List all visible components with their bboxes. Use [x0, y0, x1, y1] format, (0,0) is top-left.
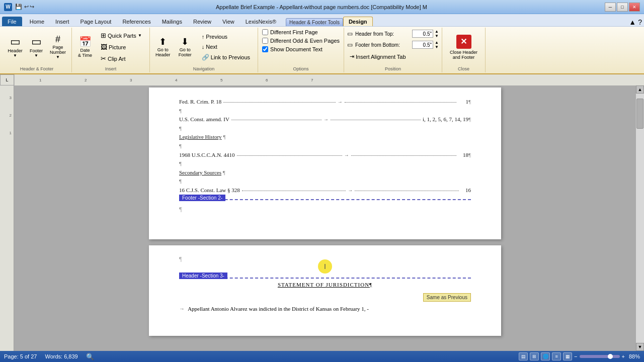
minimize-button[interactable]: ─: [605, 3, 616, 12]
footer-content[interactable]: ¶: [179, 203, 471, 213]
zoom-track[interactable]: [580, 355, 620, 358]
go-to-header-icon: ⬆: [159, 37, 167, 46]
arrow-indicator: →: [338, 98, 343, 106]
different-odd-even-checkbox[interactable]: Different Odd & Even Pages: [261, 37, 341, 44]
show-document-text-checkbox[interactable]: Show Document Text: [261, 46, 324, 53]
page-2: I ¶ Header -Section 3- STATEMENT OF JURI…: [149, 245, 501, 336]
close-button[interactable]: ✕: [629, 3, 640, 12]
scrollable-document[interactable]: Fed. R. Crim. P. 18 → 1 ¶ ¶ U.S. Const. …: [14, 85, 644, 351]
zoom-out-button[interactable]: −: [574, 353, 577, 359]
position-group-label: Position: [385, 66, 401, 71]
page-2-body-content: → Appellant Antonio Alvarez was indicted…: [179, 302, 471, 312]
page2-pilcrow: ¶: [179, 255, 182, 263]
previous-button[interactable]: ↑ Previous: [199, 32, 253, 41]
tab-mailings[interactable]: Mailings: [156, 17, 188, 26]
tab-review[interactable]: Review: [188, 17, 217, 26]
show-document-text-input[interactable]: [262, 46, 268, 52]
go-to-header-label: Go toHeader: [155, 47, 171, 57]
scroll-track[interactable]: [636, 94, 644, 343]
tab-file[interactable]: File: [2, 17, 22, 26]
view-print-button[interactable]: ▤: [519, 352, 528, 360]
quick-access-save[interactable]: 💾: [15, 4, 22, 10]
picture-button[interactable]: 🖼 Picture: [98, 42, 144, 52]
scroll-thumb[interactable]: [636, 99, 643, 129]
help-button[interactable]: ?: [638, 18, 642, 26]
scroll-up-button[interactable]: ▲: [636, 85, 644, 94]
quick-parts-icon: ⊞: [101, 32, 106, 39]
line-secondary: Secondary Sources ¶: [179, 168, 471, 177]
header-icon: ▭: [10, 36, 21, 47]
view-outline-button[interactable]: ≡: [552, 352, 561, 360]
next-button[interactable]: ↓ Next: [199, 42, 253, 51]
arrow4: →: [348, 187, 353, 195]
date-time-icon: 📅: [79, 37, 92, 47]
different-first-page-checkbox[interactable]: Different First Page: [261, 29, 319, 36]
zoom-level: 88%: [629, 353, 640, 359]
insert-alignment-tab-button[interactable]: ⇥ Insert Alignment Tab: [347, 52, 408, 61]
dots5: [237, 155, 342, 156]
page-number-icon: #: [55, 35, 60, 44]
quick-access-undo[interactable]: ↩: [24, 4, 29, 10]
tab-lexisnexis[interactable]: LexisNexis®: [240, 17, 282, 26]
clip-art-button[interactable]: ✂ Clip Art: [98, 53, 144, 64]
alignment-tab-icon: ⇥: [350, 53, 354, 60]
zoom-control[interactable]: − + 88%: [574, 353, 640, 359]
ribbon-collapse-button[interactable]: ▲: [629, 18, 636, 26]
quick-access-redo[interactable]: ↪: [30, 4, 34, 10]
view-web-button[interactable]: 🌐: [541, 352, 550, 360]
us-const-text: U.S. Const. amend. IV: [179, 115, 229, 124]
line-pilcrow5: ¶: [179, 177, 471, 186]
tab-design[interactable]: Design: [343, 17, 373, 26]
header-spinner[interactable]: ▲▼: [435, 29, 439, 38]
go-to-header-button[interactable]: ⬆ Go toHeader: [153, 31, 173, 63]
view-fullscreen-button[interactable]: ⊞: [530, 352, 539, 360]
svg-text:4: 4: [175, 78, 178, 82]
position-controls: ▭ Header from Top: ▲▼ ▭ Footer from Bott…: [347, 29, 439, 65]
header-from-top-row: ▭ Header from Top: ▲▼: [347, 29, 439, 38]
page-1-content: Fed. R. Crim. P. 18 → 1 ¶ ¶ U.S. Const. …: [179, 98, 471, 195]
footer-button[interactable]: ▭ Footer ▼: [26, 35, 46, 59]
line-leg-history: Legislative History ¶: [179, 133, 471, 142]
footer-from-bottom-input[interactable]: [412, 41, 433, 49]
header-dropdown-arrow[interactable]: ▼: [13, 53, 17, 58]
view-draft-button[interactable]: ▦: [563, 352, 572, 360]
header-button[interactable]: ▭ Header ▼: [5, 35, 25, 59]
date-time-button[interactable]: 📅 Date& Time: [75, 35, 95, 59]
quick-parts-button[interactable]: ⊞ Quick Parts ▼: [98, 30, 144, 41]
footer-dropdown-arrow[interactable]: ▼: [34, 53, 38, 58]
window-title: Appellate Brief Example - Appellant-with…: [38, 4, 605, 10]
nav-buttons: ⬆ Go toHeader ⬇ Go toFooter ↑ Previous ↓…: [153, 29, 255, 65]
tab-insert[interactable]: Insert: [50, 17, 75, 26]
restore-button[interactable]: □: [617, 3, 628, 12]
zoom-in-button[interactable]: +: [622, 353, 625, 359]
different-odd-even-input[interactable]: [262, 38, 268, 44]
scroll-down-button[interactable]: ▼: [636, 343, 644, 351]
header-from-top-input[interactable]: [412, 30, 433, 38]
line-pilcrow3: ¶: [179, 142, 471, 151]
tab-home[interactable]: Home: [24, 17, 50, 26]
different-first-page-input[interactable]: [262, 29, 268, 35]
tab-page-layout[interactable]: Page Layout: [75, 17, 117, 26]
go-to-footer-button[interactable]: ⬇ Go toFooter: [175, 31, 195, 63]
page-number-dropdown-arrow[interactable]: ▼: [56, 55, 60, 59]
page-num: 1: [458, 98, 468, 107]
left-ruler-area: L 3 2 1: [0, 74, 14, 351]
main-content: 1 2 3 4 5 6 7 Fed. R. Crim. P. 18: [14, 74, 644, 351]
track-changes-icon[interactable]: 🔍: [86, 353, 94, 360]
footer-spinner[interactable]: ▲▼: [435, 40, 439, 49]
footer-section-2[interactable]: Footer -Section 2- ¶: [179, 199, 471, 229]
quick-parts-arrow[interactable]: ▼: [138, 33, 142, 38]
zoom-thumb[interactable]: [608, 354, 613, 359]
left-ruler: 3 2 1: [0, 85, 14, 351]
link-to-previous-button[interactable]: 🔗 Link to Previous: [199, 52, 253, 62]
jurisdiction-line: → Appellant Antonio Alvarez was indicted…: [179, 306, 471, 312]
svg-text:7: 7: [311, 78, 313, 82]
svg-text:6: 6: [266, 78, 268, 82]
page-number-button[interactable]: # PageNumber ▼: [47, 33, 68, 61]
header-section-3[interactable]: Header -Section 3- STATEMENT OF JURISDIC…: [179, 278, 471, 302]
tab-references[interactable]: References: [117, 17, 156, 26]
header-center-text: STATEMENT OF JURISDICTION¶: [278, 282, 372, 302]
close-header-footer-button[interactable]: ✕ Close Headerand Footer: [445, 32, 482, 62]
tab-view[interactable]: View: [217, 17, 240, 26]
close-content: ✕ Close Headerand Footer: [445, 29, 482, 65]
